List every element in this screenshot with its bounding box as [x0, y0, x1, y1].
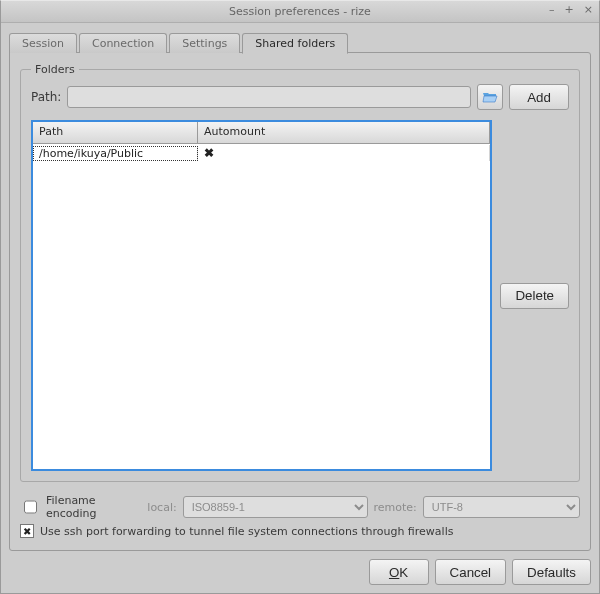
- dialog-buttons: OK Cancel Defaults: [9, 559, 591, 585]
- window: Session preferences - rize – + × Session…: [0, 0, 600, 594]
- options-area: Filename encoding local: ISO8859-1 remot…: [20, 490, 580, 542]
- client-area: Session Connection Settings Shared folde…: [1, 23, 599, 593]
- cancel-button[interactable]: Cancel: [435, 559, 507, 585]
- tab-settings[interactable]: Settings: [169, 33, 240, 53]
- ssh-tunnel-label: Use ssh port forwarding to tunnel file s…: [40, 525, 453, 538]
- path-label: Path:: [31, 90, 61, 104]
- page-shared-folders: Folders Path: Add: [9, 52, 591, 551]
- ok-button[interactable]: OK: [369, 559, 429, 585]
- ok-mnemonic: O: [389, 565, 399, 580]
- remote-encoding-select[interactable]: UTF-8: [423, 496, 580, 518]
- remote-label: remote:: [374, 501, 417, 514]
- x-mark-icon: ✖: [204, 146, 214, 160]
- tab-shared-folders[interactable]: Shared folders: [242, 33, 348, 54]
- tab-session[interactable]: Session: [9, 33, 77, 53]
- col-path[interactable]: Path: [33, 122, 198, 143]
- close-icon[interactable]: ×: [584, 3, 593, 16]
- path-input[interactable]: [67, 86, 471, 108]
- table-row[interactable]: /home/ikuya/Public ✖: [33, 144, 490, 162]
- folders-legend: Folders: [31, 63, 79, 76]
- table-body[interactable]: /home/ikuya/Public ✖: [33, 144, 490, 469]
- folders-table[interactable]: Path Automount /home/ikuya/Public ✖: [31, 120, 492, 471]
- defaults-button[interactable]: Defaults: [512, 559, 591, 585]
- add-button[interactable]: Add: [509, 84, 569, 110]
- side-buttons: Delete: [500, 120, 569, 471]
- local-label: local:: [147, 501, 176, 514]
- path-row: Path: Add: [31, 84, 569, 110]
- minimize-icon[interactable]: –: [549, 3, 555, 16]
- cell-automount[interactable]: ✖: [198, 145, 490, 161]
- folders-group: Folders Path: Add: [20, 63, 580, 482]
- cell-path[interactable]: /home/ikuya/Public: [33, 146, 198, 161]
- folders-mid: Path Automount /home/ikuya/Public ✖: [31, 120, 569, 471]
- checkbox-checked-icon[interactable]: ✖: [20, 524, 34, 538]
- local-encoding-select[interactable]: ISO8859-1: [183, 496, 368, 518]
- encoding-row: Filename encoding local: ISO8859-1 remot…: [20, 494, 580, 520]
- filename-encoding-checkbox[interactable]: [24, 500, 37, 514]
- ssh-row: ✖ Use ssh port forwarding to tunnel file…: [20, 524, 580, 538]
- delete-button[interactable]: Delete: [500, 283, 569, 309]
- filename-encoding-label: Filename encoding: [46, 494, 141, 520]
- col-automount[interactable]: Automount: [198, 122, 490, 143]
- maximize-icon[interactable]: +: [565, 3, 574, 16]
- window-title: Session preferences - rize: [229, 5, 371, 18]
- tab-bar: Session Connection Settings Shared folde…: [9, 29, 591, 53]
- titlebar[interactable]: Session preferences - rize – + ×: [1, 1, 599, 23]
- tab-connection[interactable]: Connection: [79, 33, 167, 53]
- folder-open-icon: [482, 90, 498, 104]
- table-header: Path Automount: [33, 122, 490, 144]
- browse-button[interactable]: [477, 84, 503, 110]
